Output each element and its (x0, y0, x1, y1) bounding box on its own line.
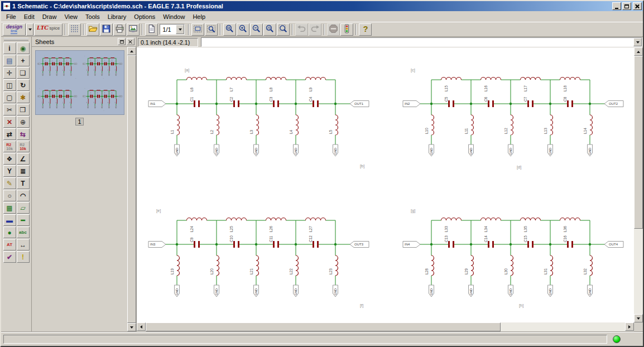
open-button[interactable] (86, 23, 99, 36)
inductor-symbol[interactable] (521, 78, 541, 80)
info-tool[interactable]: i (3, 42, 16, 54)
erc-tool[interactable]: ✔ (3, 251, 16, 263)
sheet-thumbnail[interactable]: L6C1L7C2L8C3L9C4GNDL1GNDL2GNDL3GNDL4GNDL… (35, 50, 124, 115)
minimize-button[interactable] (612, 2, 621, 10)
text-tool[interactable]: T (17, 177, 30, 189)
capacitor-symbol[interactable] (527, 100, 529, 107)
zoom-redraw-button[interactable] (263, 23, 276, 36)
capacitor-symbol[interactable] (492, 241, 494, 248)
capacitor-symbol[interactable] (105, 62, 107, 66)
inductor-symbol[interactable] (481, 218, 501, 220)
capacitor-symbol[interactable] (198, 241, 200, 248)
copy-tool[interactable]: ❏ (17, 67, 30, 79)
menu-view[interactable]: View (60, 12, 81, 22)
inductor-symbol[interactable] (217, 115, 219, 135)
inductor-symbol[interactable] (560, 78, 580, 80)
inductor-symbol[interactable] (511, 256, 513, 276)
inductor-symbol[interactable] (590, 256, 593, 276)
name-tool[interactable]: R210k (3, 141, 16, 152)
pinswap-tool[interactable]: ⇄ (3, 128, 16, 140)
group-tool[interactable]: ▢ (3, 91, 16, 103)
move-tool[interactable]: ✛ (3, 67, 16, 79)
menu-library[interactable]: Library (104, 12, 131, 22)
bus-tool[interactable]: ▬ (3, 214, 16, 226)
canvas-hscroll-thumb[interactable] (146, 322, 501, 331)
capacitor-symbol[interactable] (233, 241, 235, 248)
change-tool[interactable]: ✱ (17, 91, 30, 103)
cut-tool[interactable]: ✂ (3, 104, 16, 115)
inductor-symbol[interactable] (256, 115, 259, 135)
dimension-tool[interactable]: ↔ (17, 239, 30, 250)
delete-tool[interactable]: ✕ (3, 116, 16, 128)
capacitor-symbol[interactable] (92, 62, 93, 66)
select-window-button[interactable] (191, 23, 204, 36)
inductor-symbol[interactable] (227, 218, 247, 220)
palette-drag-handle[interactable] (4, 38, 28, 41)
capacitor-symbol[interactable] (233, 100, 235, 107)
capacitor-symbol[interactable] (98, 62, 99, 66)
inductor-symbol[interactable] (335, 256, 338, 276)
gateswap-tool[interactable]: ⇆ (17, 128, 30, 140)
capacitor-symbol[interactable] (92, 95, 93, 98)
inductor-symbol[interactable] (187, 78, 207, 80)
command-input[interactable] (201, 38, 633, 46)
sheet-number-label[interactable]: 1 (75, 118, 84, 126)
menu-help[interactable]: Help (189, 12, 209, 22)
capacitor-symbol[interactable] (317, 241, 319, 248)
select-group-button[interactable] (205, 23, 218, 36)
errors-tool[interactable]: ! (17, 251, 30, 263)
capacitor-symbol[interactable] (68, 95, 69, 98)
canvas-scroll-left-button[interactable] (137, 322, 146, 331)
capacitor-symbol[interactable] (317, 100, 319, 107)
zoom-out-button[interactable] (250, 23, 263, 36)
capacitor-symbol[interactable] (198, 100, 200, 107)
sheets-scrollbar[interactable] (127, 47, 136, 331)
inductor-symbol[interactable] (266, 78, 286, 80)
paste-tool[interactable]: ❒ (17, 104, 30, 115)
inductor-symbol[interactable] (560, 218, 580, 220)
capacitor-symbol[interactable] (46, 95, 47, 98)
menu-window[interactable]: Window (159, 12, 189, 22)
zoom-fit-button[interactable] (223, 23, 236, 36)
mirror-tool[interactable]: ◫ (3, 79, 16, 91)
miter-tool[interactable]: ∠ (17, 153, 30, 165)
capacitor-symbol[interactable] (60, 95, 61, 98)
maximize-button[interactable] (622, 2, 631, 10)
show-tool[interactable]: ◉ (17, 42, 30, 54)
capacitor-symbol[interactable] (492, 100, 494, 107)
canvas-scroll-down-button[interactable] (634, 314, 643, 322)
attribute-tool[interactable]: AT (3, 239, 16, 250)
inductor-symbol[interactable] (590, 115, 593, 135)
capacitor-symbol[interactable] (238, 241, 239, 248)
capacitor-symbol[interactable] (277, 100, 279, 107)
help-button[interactable]: ? (359, 23, 372, 36)
split-tool[interactable]: Y (3, 165, 16, 177)
inductor-symbol[interactable] (296, 256, 299, 276)
cam-processor-button[interactable] (127, 23, 140, 36)
sheets-dock-button[interactable] (118, 38, 126, 45)
menu-edit[interactable]: Edit (20, 12, 39, 22)
stop-button[interactable] (327, 23, 340, 36)
print-button[interactable] (113, 23, 126, 36)
capacitor-symbol[interactable] (571, 241, 573, 248)
sheet-selector-dropdown-button[interactable] (176, 25, 184, 34)
wire-tool[interactable]: ✎ (3, 177, 16, 189)
rotate-tool[interactable]: ↻ (17, 79, 30, 91)
sheet-list-button[interactable] (145, 23, 158, 36)
capacitor-symbol[interactable] (194, 241, 195, 248)
inductor-symbol[interactable] (177, 115, 180, 135)
capacitor-symbol[interactable] (453, 100, 454, 107)
capacitor-symbol[interactable] (567, 100, 569, 107)
capacitor-symbol[interactable] (60, 62, 61, 66)
sheets-scroll-up-button[interactable] (127, 47, 136, 55)
capacitor-symbol[interactable] (68, 62, 69, 66)
inductor-symbol[interactable] (306, 218, 326, 220)
capacitor-symbol[interactable] (532, 241, 534, 248)
canvas-scroll-right-button[interactable] (625, 322, 634, 331)
inductor-symbol[interactable] (296, 115, 299, 135)
sheets-scroll-down-button[interactable] (127, 323, 136, 331)
inductor-symbol[interactable] (441, 78, 462, 80)
capacitor-symbol[interactable] (238, 100, 239, 107)
capacitor-symbol[interactable] (46, 62, 47, 66)
inductor-symbol[interactable] (227, 78, 247, 80)
